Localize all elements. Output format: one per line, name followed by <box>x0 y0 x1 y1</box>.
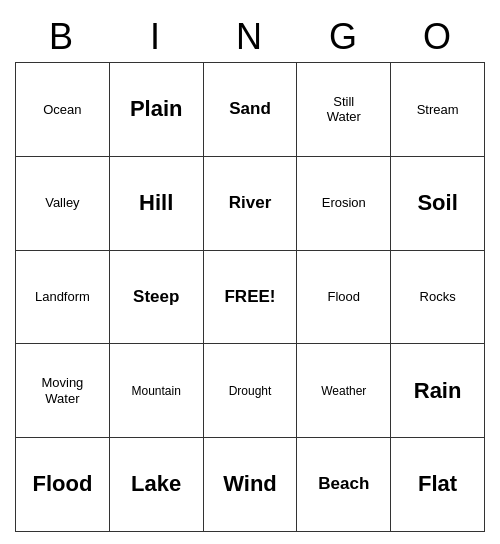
cell-4-2: Wind <box>204 438 298 532</box>
header-letter: I <box>109 12 203 62</box>
cell-2-2: FREE! <box>204 251 298 345</box>
cell-2-0: Landform <box>16 251 110 345</box>
cell-1-4: Soil <box>391 157 485 251</box>
cell-4-1: Lake <box>110 438 204 532</box>
cell-4-3: Beach <box>297 438 391 532</box>
cell-1-3: Erosion <box>297 157 391 251</box>
cell-1-2: River <box>204 157 298 251</box>
bingo-card: BINGO OceanPlainSandStillWaterStreamVall… <box>15 12 485 532</box>
header-letter: N <box>203 12 297 62</box>
header-letter: B <box>15 12 109 62</box>
header-letter: O <box>391 12 485 62</box>
cell-3-2: Drought <box>204 344 298 438</box>
cell-2-4: Rocks <box>391 251 485 345</box>
cell-0-1: Plain <box>110 63 204 157</box>
cell-0-4: Stream <box>391 63 485 157</box>
bingo-grid: OceanPlainSandStillWaterStreamValleyHill… <box>15 62 485 532</box>
cell-4-4: Flat <box>391 438 485 532</box>
cell-0-2: Sand <box>204 63 298 157</box>
cell-1-0: Valley <box>16 157 110 251</box>
header-letter: G <box>297 12 391 62</box>
cell-3-3: Weather <box>297 344 391 438</box>
cell-1-1: Hill <box>110 157 204 251</box>
cell-0-0: Ocean <box>16 63 110 157</box>
cell-3-1: Mountain <box>110 344 204 438</box>
cell-2-1: Steep <box>110 251 204 345</box>
cell-2-3: Flood <box>297 251 391 345</box>
cell-3-0: MovingWater <box>16 344 110 438</box>
bingo-header: BINGO <box>15 12 485 62</box>
cell-3-4: Rain <box>391 344 485 438</box>
cell-4-0: Flood <box>16 438 110 532</box>
cell-0-3: StillWater <box>297 63 391 157</box>
